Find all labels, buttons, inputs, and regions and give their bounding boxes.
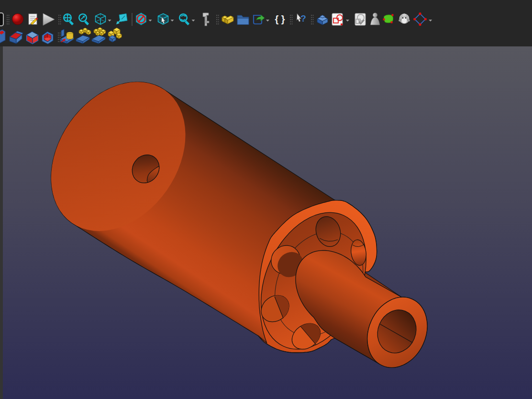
svg-text:{ }: { } [275, 14, 285, 24]
svg-text:?: ? [300, 13, 306, 23]
